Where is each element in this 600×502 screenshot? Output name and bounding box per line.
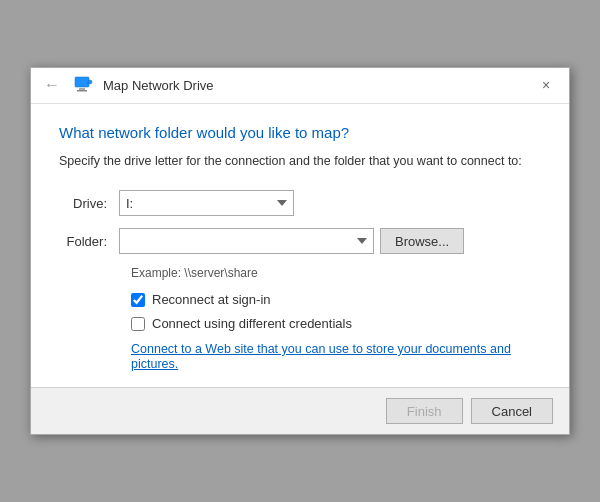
svg-rect-1	[79, 88, 85, 90]
svg-rect-2	[77, 90, 87, 92]
web-site-link[interactable]: Connect to a Web site that you can use t…	[131, 342, 511, 371]
drive-select[interactable]: I: H: G: F: E:	[119, 190, 294, 216]
map-network-drive-window: ← Map Network Drive × What network folde…	[30, 67, 570, 436]
web-link-row: Connect to a Web site that you can use t…	[131, 341, 541, 371]
drive-label: Drive:	[59, 196, 119, 211]
folder-row: Folder: Browse...	[59, 228, 541, 254]
content-area: What network folder would you like to ma…	[31, 104, 569, 388]
main-heading: What network folder would you like to ma…	[59, 124, 541, 141]
reconnect-label[interactable]: Reconnect at sign-in	[152, 292, 271, 307]
credentials-label[interactable]: Connect using different credentials	[152, 316, 352, 331]
cancel-button[interactable]: Cancel	[471, 398, 553, 424]
folder-label: Folder:	[59, 234, 119, 249]
title-bar: ← Map Network Drive ×	[31, 68, 569, 104]
credentials-checkbox[interactable]	[131, 317, 145, 331]
reconnect-row: Reconnect at sign-in	[131, 292, 541, 307]
network-drive-icon	[73, 74, 95, 96]
window-title: Map Network Drive	[103, 78, 214, 93]
close-button[interactable]: ×	[531, 70, 561, 100]
footer: Finish Cancel	[31, 387, 569, 434]
folder-input[interactable]	[119, 228, 374, 254]
drive-row: Drive: I: H: G: F: E:	[59, 190, 541, 216]
finish-button[interactable]: Finish	[386, 398, 463, 424]
example-text: Example: \\server\share	[131, 266, 541, 280]
back-button[interactable]: ←	[39, 74, 65, 96]
svg-rect-0	[75, 77, 89, 87]
reconnect-checkbox[interactable]	[131, 293, 145, 307]
credentials-row: Connect using different credentials	[131, 316, 541, 331]
folder-input-group: Browse...	[119, 228, 464, 254]
description-text: Specify the drive letter for the connect…	[59, 153, 541, 171]
browse-button[interactable]: Browse...	[380, 228, 464, 254]
title-bar-left: ← Map Network Drive	[39, 74, 531, 96]
